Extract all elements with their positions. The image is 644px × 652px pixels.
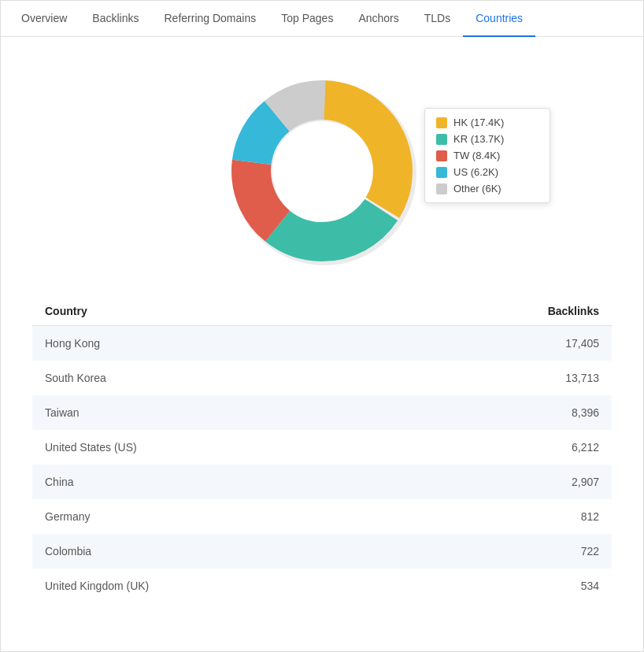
legend-item: Other (6K): [436, 183, 539, 194]
legend-label: TW (8.4K): [453, 150, 500, 161]
country-name: Taiwan: [45, 406, 80, 419]
table-row: United Kingdom (UK)534: [32, 569, 612, 603]
donut-chart: HK (17.4K)KR (13.7K)TW (8.4K)US (6.2K)Ot…: [220, 69, 424, 273]
legend-label: US (6.2K): [453, 166, 498, 178]
nav-item-top-pages[interactable]: Top Pages: [268, 1, 346, 37]
backlinks-value: 812: [581, 510, 599, 523]
backlinks-value: 6,212: [572, 441, 599, 454]
table-row: Germany812: [32, 499, 612, 534]
legend-swatch: [436, 134, 447, 145]
nav-bar: OverviewBacklinksReferring DomainsTop Pa…: [1, 1, 643, 37]
table-row: South Korea13,713: [32, 361, 612, 395]
legend-swatch: [436, 150, 447, 161]
legend-item: TW (8.4K): [436, 150, 539, 161]
backlinks-value: 2,907: [572, 476, 599, 488]
country-name: Germany: [45, 510, 91, 523]
nav-item-tlds[interactable]: TLDs: [412, 1, 463, 37]
legend-swatch: [436, 167, 447, 178]
table-header: Country Backlinks: [32, 297, 612, 326]
donut-svg: [220, 69, 424, 273]
backlinks-value: 534: [581, 580, 599, 592]
legend-swatch: [436, 117, 447, 128]
legend-label: Other (6K): [453, 183, 502, 194]
legend-swatch: [436, 183, 447, 194]
country-name: Colombia: [45, 545, 91, 558]
backlinks-value: 8,396: [572, 406, 599, 419]
legend-item: KR (13.7K): [436, 133, 539, 145]
table-row: Taiwan8,396: [32, 395, 612, 430]
table-section: Country Backlinks Hong Kong17,405South K…: [1, 297, 643, 627]
table-row: Colombia722: [32, 534, 612, 569]
backlinks-value: 17,405: [565, 337, 599, 350]
nav-item-overview[interactable]: Overview: [9, 1, 80, 37]
nav-item-anchors[interactable]: Anchors: [346, 1, 411, 37]
donut-hole: [272, 121, 372, 220]
nav-item-referring-domains[interactable]: Referring Domains: [152, 1, 269, 37]
col-country: Country: [45, 305, 87, 317]
backlinks-value: 13,713: [565, 372, 599, 384]
legend-item: US (6.2K): [436, 166, 539, 178]
legend-item: HK (17.4K): [436, 117, 539, 128]
chart-section: HK (17.4K)KR (13.7K)TW (8.4K)US (6.2K)Ot…: [1, 37, 643, 297]
table-row: United States (US)6,212: [32, 430, 612, 465]
table-row: Hong Kong17,405: [32, 326, 612, 361]
table-body: Hong Kong17,405South Korea13,713Taiwan8,…: [32, 326, 612, 603]
backlinks-value: 722: [581, 545, 599, 558]
table-row: China2,907: [32, 465, 612, 499]
nav-item-countries[interactable]: Countries: [463, 1, 535, 37]
legend-label: HK (17.4K): [453, 117, 504, 128]
page-container: OverviewBacklinksReferring DomainsTop Pa…: [0, 0, 644, 652]
country-name: China: [45, 476, 74, 488]
legend-box: HK (17.4K)KR (13.7K)TW (8.4K)US (6.2K)Ot…: [424, 108, 550, 203]
country-name: South Korea: [45, 372, 106, 384]
country-name: Hong Kong: [45, 337, 100, 350]
col-backlinks: Backlinks: [548, 305, 599, 317]
country-name: United Kingdom (UK): [45, 580, 149, 592]
nav-item-backlinks[interactable]: Backlinks: [80, 1, 151, 37]
legend-label: KR (13.7K): [453, 133, 504, 145]
country-name: United States (US): [45, 441, 137, 454]
